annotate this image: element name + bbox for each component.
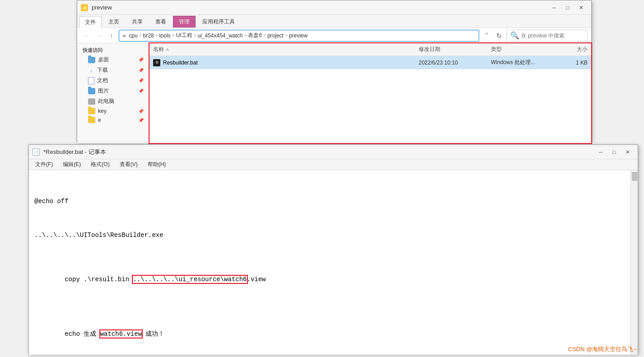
col-header-type[interactable]: 类型: [487, 46, 555, 53]
file-list-header: 名称 ∧ 修改日期 类型 大小: [149, 43, 591, 56]
forward-button[interactable]: →: [93, 30, 104, 41]
col-name-label: 名称: [153, 46, 164, 53]
breadcrumb-item-1: br28: [143, 32, 154, 39]
pc-icon: [88, 98, 95, 105]
file-name-cell: ⚙ Resbuilder.bat: [149, 59, 415, 66]
tab-management[interactable]: 管理: [173, 16, 196, 28]
sidebar-item-docs[interactable]: 文档 📌: [77, 75, 149, 86]
sidebar: 快速访问 桌面 📌 ↓ 下载 📌 文档 📌 图片 📌: [77, 43, 149, 143]
table-row[interactable]: ⚙ Resbuilder.bat 2022/6/23 10:10 Windows…: [149, 56, 591, 70]
sidebar-e-label: e: [98, 117, 101, 123]
pin-icon-e: 📌: [138, 118, 144, 123]
breadcrumb-item-3: UI工程: [176, 32, 192, 39]
code-line-2: ..\..\..\..\UITools\ResBuilder.exe: [34, 230, 625, 241]
menu-help[interactable]: 帮助(H): [143, 160, 171, 169]
docs-icon: [88, 77, 94, 84]
menu-format[interactable]: 格式(O): [86, 160, 114, 169]
explorer-title-bar: 📁 preview ─ □ ✕: [77, 0, 591, 15]
back-button[interactable]: ←: [81, 30, 92, 41]
ribbon-tabs: 文件 主页 共享 查看 管理 应用程序工具: [77, 15, 591, 28]
sidebar-item-pc[interactable]: 此电脑: [77, 96, 149, 107]
file-list: 名称 ∧ 修改日期 类型 大小 ⚙ Resbuilder.bat 2022/6/…: [149, 43, 591, 143]
pin-icon-key: 📌: [138, 109, 144, 114]
minimize-button[interactable]: ─: [548, 3, 560, 12]
breadcrumb-sep-2: >: [172, 33, 175, 38]
code-line-4: echo 生成 watch6.view 成功！: [34, 318, 625, 350]
menu-file[interactable]: 文件(F): [31, 160, 57, 169]
file-date: 2022/6/23 10:10: [415, 60, 487, 66]
notepad-content: @echo off ..\..\..\..\UITools\ResBuilder…: [29, 170, 638, 355]
images-icon: [88, 88, 95, 94]
watermark: CSDN @海阔天空任鸟飞~: [568, 345, 637, 353]
sidebar-item-key[interactable]: key 📌: [77, 107, 149, 116]
explorer-icon: 📁: [81, 4, 88, 11]
notepad-title-left: 📄 *Resbuilder.bat - 记事本: [33, 148, 106, 156]
quick-access-header: 快速访问: [77, 45, 149, 55]
address-path[interactable]: « cpu > br28 > tools > UI工程 > ui_454x454…: [119, 30, 479, 42]
search-box[interactable]: 🔍: [506, 30, 588, 42]
explorer-title: preview: [92, 4, 112, 11]
code-line-1: @echo off: [34, 196, 625, 207]
col-header-date[interactable]: 修改日期: [415, 46, 487, 53]
breadcrumb-sep-6: >: [285, 33, 288, 38]
breadcrumb-item-5: 表盘6: [248, 32, 262, 39]
sidebar-item-desktop[interactable]: 桌面 📌: [77, 55, 149, 65]
file-name: Resbuilder.bat: [163, 60, 198, 66]
download-icon: ↓: [88, 67, 94, 74]
address-bar: ← → ↑ « cpu > br28 > tools > UI工程 > ui_4…: [77, 28, 591, 43]
sidebar-item-images[interactable]: 图片 📌: [77, 86, 149, 96]
menu-view[interactable]: 查看(V): [115, 160, 142, 169]
code-line-4-pre: echo 生成: [65, 330, 100, 338]
code-line-4-post: 成功！: [142, 330, 164, 338]
sidebar-pc-label: 此电脑: [98, 97, 114, 105]
tab-view[interactable]: 查看: [149, 16, 172, 28]
code-line-3-pre: copy .\result.bin: [65, 276, 133, 283]
tab-app-tools[interactable]: 应用程序工具: [196, 16, 241, 28]
explorer-window: 📁 preview ─ □ ✕ 文件 主页 共享 查看 管理 应用程序工具 ← …: [77, 0, 592, 142]
tab-file[interactable]: 文件: [79, 16, 102, 28]
sidebar-docs-label: 文档: [97, 77, 108, 84]
sidebar-item-e[interactable]: e 📌: [77, 116, 149, 125]
notepad-maximize-button[interactable]: □: [608, 148, 621, 157]
scrollbar-thumb[interactable]: [632, 172, 637, 181]
notepad-title: *Resbuilder.bat - 记事本: [43, 148, 106, 156]
window-controls: ─ □ ✕: [548, 3, 588, 12]
key-folder-icon: [88, 108, 95, 114]
search-input[interactable]: [521, 32, 589, 39]
maximize-button[interactable]: □: [561, 3, 574, 12]
dropdown-button[interactable]: ˅: [481, 30, 492, 41]
breadcrumb-item-7: preview: [289, 32, 308, 39]
main-area: 快速访问 桌面 📌 ↓ 下载 📌 文档 📌 图片 📌: [77, 43, 591, 143]
notepad-text-area[interactable]: @echo off ..\..\..\..\UITools\ResBuilder…: [29, 170, 630, 355]
sidebar-key-label: key: [98, 108, 107, 114]
notepad-scrollbar[interactable]: [630, 170, 638, 355]
notepad-menu: 文件(F) 编辑(E) 格式(O) 查看(V) 帮助(H): [29, 159, 638, 170]
file-size: 1 KB: [555, 60, 591, 66]
pin-icon-docs: 📌: [138, 78, 144, 83]
col-header-size[interactable]: 大小: [555, 46, 591, 53]
quick-access-label: 快速访问: [83, 47, 103, 54]
code-line-3: copy .\result.bin ..\..\..\..\ui_resourc…: [34, 264, 625, 296]
tab-share[interactable]: 共享: [126, 16, 149, 28]
sidebar-desktop-label: 桌面: [98, 56, 109, 64]
breadcrumb-item-6: project: [267, 32, 284, 39]
sidebar-download-label: 下载: [97, 66, 108, 74]
breadcrumb-sep-4: >: [244, 33, 247, 38]
breadcrumb-sep-0: >: [139, 33, 142, 38]
breadcrumb-sep-1: >: [155, 33, 158, 38]
notepad-minimize-button[interactable]: ─: [594, 148, 607, 157]
notepad-close-button[interactable]: ✕: [621, 148, 634, 157]
notepad-window: 📄 *Resbuilder.bat - 记事本 ─ □ ✕ 文件(F) 编辑(E…: [28, 144, 638, 354]
tab-home[interactable]: 主页: [103, 16, 125, 28]
refresh-button[interactable]: ↻: [494, 30, 504, 41]
menu-edit[interactable]: 编辑(E): [58, 160, 85, 169]
bat-file-icon: ⚙: [153, 59, 160, 66]
sidebar-item-download[interactable]: ↓ 下载 📌: [77, 65, 149, 75]
breadcrumb-sep-5: >: [263, 33, 266, 38]
up-button[interactable]: ↑: [106, 30, 117, 41]
breadcrumb-item-4: ui_454x454_watch: [197, 32, 243, 39]
col-header-name[interactable]: 名称 ∧: [149, 46, 415, 53]
sidebar-images-label: 图片: [98, 87, 109, 95]
breadcrumb-item-2: tools: [159, 32, 170, 39]
close-button[interactable]: ✕: [575, 3, 588, 12]
